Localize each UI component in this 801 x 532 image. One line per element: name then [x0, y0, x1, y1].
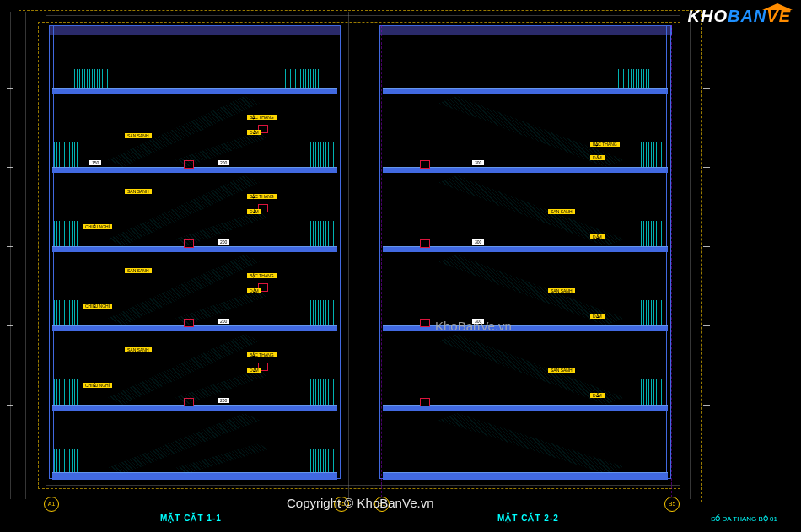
s1-flight-2a: [108, 334, 260, 405]
s1-rail-2l: [54, 379, 78, 405]
logo-part-ve: VE: [766, 7, 791, 25]
s2-lbl-3a: SAN SANH: [548, 288, 575, 293]
s1-lbl-5a: BẬC THANG: [247, 115, 277, 120]
s1-slab-3: [52, 325, 337, 331]
logo-part-ban: BAN: [728, 7, 766, 25]
tick: [703, 246, 710, 247]
s1-lbl-2d: CHIẾU NGHỈ: [83, 383, 112, 388]
section-1-title: MẶT CẮT 1-1: [160, 513, 222, 523]
section-2: BẬC THANG DẦM 300 SAN SANH DẦM 300 SAN S…: [379, 25, 670, 482]
s2-lbl-4a: SAN SANH: [548, 209, 575, 214]
dim-v1: [10, 12, 11, 499]
s2-rail-2r: [641, 379, 664, 405]
s1-slab-4: [52, 246, 337, 252]
s2-slab-attic: [383, 88, 668, 94]
s1-rail-4l: [54, 221, 78, 246]
s1-rail-top2: [285, 69, 319, 88]
s2-rail-3r: [641, 300, 664, 325]
grid-bubble-s1-left: A1: [44, 497, 59, 512]
s1-rail-top: [74, 69, 108, 88]
s1-lbl-2a: BẬC THANG: [247, 352, 277, 357]
s2-lbl-3b: DẦM: [590, 314, 605, 319]
s1-slab-5: [52, 167, 337, 173]
tick: [703, 405, 710, 406]
watermark-center: KhoBanVe.vn: [435, 319, 512, 333]
s1-dim-5a: 200: [218, 160, 229, 165]
tick: [7, 88, 13, 89]
s1-lbl-4b: DẦM: [247, 209, 261, 214]
grid-bubble-s2-right: B5: [664, 497, 680, 512]
s2-dim-4: 300: [472, 239, 484, 245]
tick: [703, 325, 710, 326]
s2-dim-5: 300: [472, 160, 484, 165]
s1-flight-1a: [108, 413, 260, 474]
s1-lbl-3a: BẬC THANG: [247, 273, 277, 278]
s1-rail-4r: [310, 221, 334, 246]
tick: [7, 405, 13, 406]
drawing-title: SỐ ĐA THANG BỘ 01: [711, 515, 777, 523]
s1-flight-1b: [175, 443, 268, 474]
gridline-4: [671, 25, 672, 497]
s1-rail-5l: [54, 142, 78, 167]
s2-lbl-5a: BẬC THANG: [590, 142, 620, 147]
s1-dim-3a: 200: [218, 319, 229, 324]
cad-canvas: KHOBANVE BẬC THANG DẦM SAN SANH 200: [0, 0, 801, 532]
s2-lbl-2b: DẦM: [590, 393, 605, 398]
tick: [7, 325, 13, 326]
s1-lbl-4a: BẬC THANG: [247, 194, 277, 199]
s2-lbl-2a: SAN SANH: [548, 368, 575, 373]
s2-slab-1: [383, 472, 668, 480]
s2-flight-1: [438, 413, 624, 474]
s1-dim-4a: 200: [218, 239, 229, 245]
s1-flight-4a: [108, 175, 260, 246]
s1-flight-5a: [108, 96, 260, 167]
s1-rail-3r: [310, 300, 334, 325]
s2-rail-top: [616, 69, 649, 88]
s1-lbl-5b: DẦM: [247, 130, 261, 135]
gridline-2: [341, 25, 341, 497]
hdim-top: [46, 15, 680, 16]
dim-v3: [348, 12, 349, 499]
hdim-bot: [46, 485, 680, 486]
s1-slab-attic: [52, 88, 337, 94]
tick: [7, 167, 13, 168]
s2-beam-4: [420, 239, 430, 248]
s1-lbl-3d: CHIẾU NGHỈ: [83, 304, 112, 309]
dim-v5: [690, 12, 691, 499]
s1-slab-1: [52, 472, 337, 480]
s2-beam-3: [420, 319, 430, 327]
section-1: BẬC THANG DẦM SAN SANH 200 150 BẬC THANG…: [49, 25, 340, 482]
s1-lbl-3c: SAN SANH: [125, 268, 152, 273]
s1-steps-overlay: [49, 25, 340, 482]
s1-dim-2a: 200: [218, 398, 229, 403]
site-logo: KHOBANVE: [688, 7, 791, 26]
s1-rail-1r: [310, 449, 334, 472]
s1-slab-2: [52, 405, 337, 411]
s1-rail-1l: [54, 449, 78, 472]
s1-rail-5r: [310, 142, 334, 167]
s1-lbl-4d: CHIẾU NGHỈ: [83, 224, 112, 229]
dim-v4: [368, 12, 368, 499]
section-2-title: MẶT CẮT 2-2: [497, 513, 559, 523]
s2-beam-5: [420, 160, 430, 169]
dim-v6: [707, 12, 707, 499]
s1-lbl-5c: SAN SANH: [125, 133, 152, 138]
gridline-1: [51, 25, 51, 497]
s1-lbl-4c: SAN SANH: [125, 189, 152, 194]
s2-beam-2: [420, 398, 430, 406]
gridline-3: [381, 25, 382, 497]
tick: [703, 167, 710, 168]
s2-rail-5r: [641, 142, 664, 167]
s1-lbl-2c: SAN SANH: [125, 347, 152, 352]
s2-lbl-4b: DẦM: [590, 234, 605, 239]
s2-rail-4r: [641, 221, 664, 246]
tick: [7, 246, 13, 247]
s1-lbl-2b: DẦM: [247, 368, 261, 373]
s2-lbl-5b: DẦM: [590, 155, 605, 160]
s1-dim-5b: 150: [89, 160, 101, 165]
s1-rail-2r: [310, 379, 334, 405]
s1-lbl-3b: DẦM: [247, 288, 261, 293]
tick: [703, 88, 710, 89]
s1-rail-3l: [54, 300, 78, 325]
copyright-text: Copyright © KhoBanVe.vn: [287, 496, 434, 510]
